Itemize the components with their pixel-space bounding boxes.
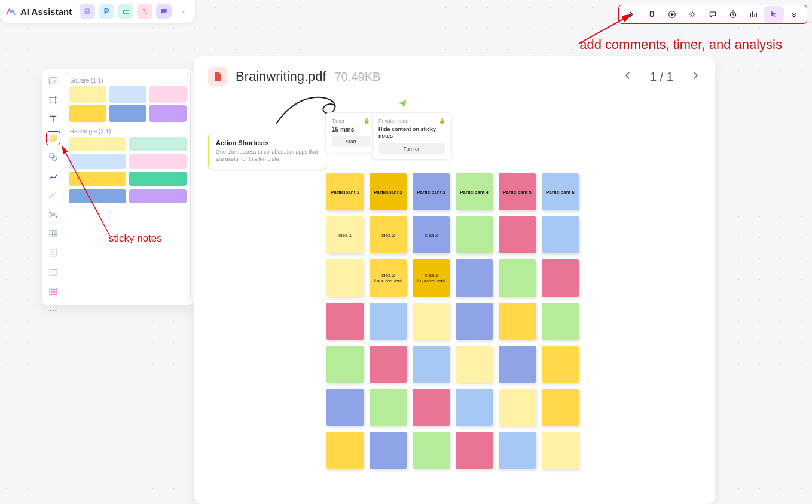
sticky-note[interactable] <box>456 259 493 297</box>
sticky-note-icon[interactable] <box>47 132 60 145</box>
sticky-note[interactable] <box>326 432 364 469</box>
lock-icon: 🔒 <box>364 118 370 124</box>
sticky-note[interactable]: Participant 6 <box>542 173 579 210</box>
list-icon[interactable] <box>47 285 60 298</box>
sticky-note[interactable] <box>413 432 450 469</box>
sticky-note[interactable] <box>542 346 579 383</box>
palette-swatch[interactable] <box>109 86 146 103</box>
text-file-icon[interactable] <box>47 246 60 259</box>
sticky-note[interactable] <box>370 346 407 383</box>
document-canvas: Action Shortcuts One click access to col… <box>194 90 715 104</box>
tool-comment-button[interactable] <box>156 4 172 19</box>
chat-icon[interactable] <box>703 6 723 23</box>
palette-swatch[interactable] <box>149 86 187 103</box>
sticky-note[interactable] <box>542 303 579 340</box>
sticky-note[interactable]: Idea 2 improvement <box>370 259 407 297</box>
frame-icon[interactable] <box>47 93 60 106</box>
sticky-note[interactable] <box>542 389 579 426</box>
tool-c-button[interactable]: ⊂ <box>118 4 133 19</box>
sticky-note[interactable]: Participant 1 <box>326 173 364 210</box>
sticky-note[interactable] <box>370 303 407 340</box>
sticky-note[interactable]: Idea 3 <box>413 216 450 253</box>
text-icon[interactable] <box>47 112 60 126</box>
analysis-icon[interactable] <box>743 6 764 23</box>
sticky-note[interactable] <box>326 389 364 426</box>
svg-point-9 <box>49 212 51 213</box>
sticky-notes-grid: Participant 1Participant 2Participant 3P… <box>326 173 579 469</box>
sticky-note[interactable] <box>413 303 450 340</box>
sticky-note[interactable] <box>499 346 536 383</box>
curve-icon[interactable] <box>47 170 60 183</box>
sticky-note[interactable] <box>499 389 536 426</box>
sticky-note[interactable] <box>542 216 579 253</box>
timer-start-button[interactable]: Start <box>332 136 370 147</box>
sticky-note[interactable] <box>326 346 364 383</box>
sticky-note[interactable] <box>413 389 450 426</box>
svg-point-17 <box>55 310 56 311</box>
palette-swatch[interactable] <box>109 105 146 122</box>
play-icon[interactable] <box>662 6 682 23</box>
sticky-note[interactable] <box>456 216 493 253</box>
sticky-note[interactable]: Idea 1 <box>326 216 364 253</box>
document-panel: Brainwriting.pdf 70.49KB 1 / 1 Action Sh… <box>194 56 715 504</box>
timer-value: 15 mins <box>332 126 370 133</box>
more-down-icon[interactable] <box>784 6 804 23</box>
sticky-note[interactable] <box>456 432 493 469</box>
sticky-note[interactable] <box>499 303 536 340</box>
palette-swatch[interactable] <box>69 105 106 122</box>
sticky-note[interactable] <box>370 389 407 426</box>
sticky-note[interactable]: Participant 3 <box>413 173 450 210</box>
palette-square-label: Square (1:1) <box>70 77 185 84</box>
collapse-left-icon[interactable]: ‹ <box>178 7 189 16</box>
cursor-tool-icon[interactable] <box>764 6 784 23</box>
sticky-note[interactable]: Participant 2 <box>370 173 407 210</box>
sticky-note[interactable] <box>326 303 364 340</box>
sticky-note[interactable]: Idea 2 <box>370 216 407 253</box>
more-icon[interactable] <box>47 304 60 317</box>
table-icon[interactable] <box>47 227 60 240</box>
palette-swatch[interactable] <box>129 137 187 151</box>
timer-icon[interactable] <box>723 6 743 23</box>
prev-page-button[interactable] <box>622 70 633 83</box>
sticky-note[interactable] <box>499 259 536 297</box>
private-turnon-button[interactable]: Turn on <box>378 143 445 154</box>
sticky-note[interactable] <box>456 389 493 426</box>
brush-icon[interactable] <box>47 189 60 202</box>
sticky-note[interactable] <box>456 303 493 340</box>
sticky-note[interactable]: Idea 3 improvement <box>413 259 450 297</box>
shape-icon[interactable] <box>47 151 60 164</box>
tool-p-button[interactable]: P <box>99 4 114 19</box>
calendar-icon[interactable] <box>47 265 60 279</box>
sticky-note[interactable] <box>326 259 364 297</box>
mouse-icon[interactable] <box>642 6 662 23</box>
palette-swatch[interactable] <box>129 189 187 203</box>
sticky-note[interactable] <box>499 432 536 469</box>
app-toolbar: AI Assistant P ⊂ ‹ <box>0 0 195 23</box>
sticky-note[interactable] <box>370 432 407 469</box>
palette-swatch[interactable] <box>149 105 187 122</box>
tool-image-button[interactable] <box>80 4 95 19</box>
palette-swatch[interactable] <box>69 86 106 103</box>
sticky-note[interactable]: Participant 5 <box>499 173 536 210</box>
connection-icon[interactable] <box>47 208 60 221</box>
sticky-note[interactable] <box>413 346 450 383</box>
svg-line-18 <box>62 146 110 236</box>
tool-route-button[interactable] <box>137 4 152 19</box>
next-page-button[interactable] <box>690 70 701 83</box>
svg-rect-5 <box>49 78 57 84</box>
sticky-note[interactable] <box>542 259 579 297</box>
sticky-note[interactable] <box>499 216 536 253</box>
annotation-right-label: add comments, timer, and analysis <box>579 37 782 53</box>
lock-icon: 🔒 <box>439 118 445 124</box>
image-insert-icon[interactable] <box>47 74 60 87</box>
sticky-note[interactable] <box>542 432 579 469</box>
timer-card: Timer🔒 15 mins Start <box>325 112 377 152</box>
right-toolbar <box>618 5 807 24</box>
svg-rect-13 <box>50 270 57 276</box>
sparkle-icon[interactable] <box>682 6 703 23</box>
palette-swatch[interactable] <box>129 172 187 186</box>
sticky-note[interactable]: Participant 4 <box>456 173 493 210</box>
sticky-note[interactable] <box>456 346 493 383</box>
page-indicator: 1 / 1 <box>650 70 673 84</box>
palette-swatch[interactable] <box>129 154 187 169</box>
